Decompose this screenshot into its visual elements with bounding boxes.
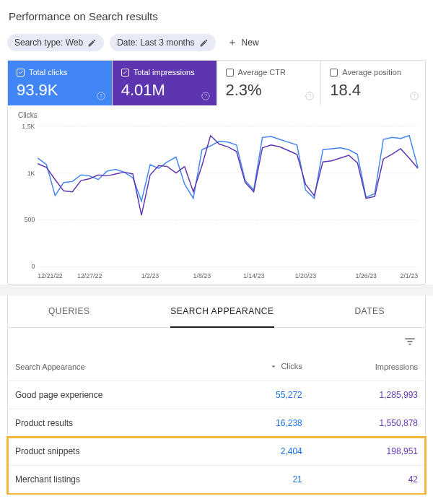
col-header-clicks[interactable]: Clicks (214, 353, 310, 381)
svg-text:12/21/22: 12/21/22 (38, 272, 62, 279)
section-gap (0, 284, 433, 296)
tab-search-appearance[interactable]: SEARCH APPEARANCE (170, 296, 274, 328)
svg-text:1/2/23: 1/2/23 (141, 272, 159, 279)
chart-axis-title: Clicks (18, 111, 421, 119)
filter-bar: Search type: Web Date: Last 3 months ＋ N… (7, 32, 426, 53)
performance-chart: 05001K1.5K12/21/2212/27/221/2/231/8/231/… (12, 119, 421, 282)
svg-text:?: ? (100, 93, 102, 98)
cell-name: Product results (8, 409, 214, 438)
cell-impressions: 1,550,878 (310, 409, 425, 438)
metric-impressions[interactable]: Total impressions 4.01M ? (113, 61, 217, 105)
svg-text:1/20/23: 1/20/23 (295, 272, 317, 279)
table-card: QUERIES SEARCH APPEARANCE DATES Search A… (7, 296, 426, 495)
help-icon[interactable]: ? (96, 91, 106, 101)
cell-clicks: 2,404 (214, 438, 310, 466)
table-row[interactable]: Good page experience55,2721,285,993 (8, 381, 425, 409)
checkbox-icon (121, 69, 129, 77)
metrics-row: Total clicks 93.9K ? Total impressions 4… (8, 61, 425, 105)
help-icon[interactable]: ? (201, 91, 211, 101)
filter-icon[interactable] (403, 335, 416, 350)
metric-label: Total clicks (29, 68, 67, 77)
tab-dates[interactable]: DATES (354, 296, 385, 327)
filter-chip-date[interactable]: Date: Last 3 months (110, 34, 215, 51)
svg-text:1K: 1K (27, 170, 35, 177)
table-row[interactable]: Product results16,2381,550,878 (8, 409, 425, 438)
svg-text:1/14/23: 1/14/23 (243, 272, 265, 279)
metric-label: Average position (342, 68, 401, 77)
performance-card: Total clicks 93.9K ? Total impressions 4… (7, 60, 426, 284)
table-tabs: QUERIES SEARCH APPEARANCE DATES (8, 296, 425, 328)
table-row[interactable]: Product snippets2,404198,951 (8, 438, 425, 466)
cell-clicks: 55,272 (214, 381, 310, 409)
svg-text:?: ? (204, 93, 207, 98)
checkbox-icon (330, 69, 338, 77)
metric-label: Average CTR (238, 68, 286, 77)
highlighted-rows: Product snippets2,404198,951Merchant lis… (8, 438, 425, 494)
cell-name: Product snippets (8, 438, 214, 466)
filter-chip-label: Date: Last 3 months (117, 38, 194, 48)
checkbox-icon (226, 69, 234, 77)
add-filter-button[interactable]: ＋ New (222, 32, 265, 53)
cell-impressions: 1,285,993 (310, 381, 425, 409)
svg-text:12/27/22: 12/27/22 (77, 272, 102, 279)
col-header-name[interactable]: Search Appearance (8, 353, 214, 381)
cell-clicks: 16,238 (214, 409, 310, 438)
svg-text:0: 0 (32, 263, 35, 270)
metric-value: 93.9K (17, 81, 103, 100)
metric-value: 4.01M (121, 81, 208, 100)
cell-name: Good page experience (8, 381, 214, 409)
search-appearance-table: Search Appearance Clicks Impressions Goo… (8, 353, 425, 494)
col-header-impressions[interactable]: Impressions (310, 353, 425, 381)
page-title: Performance on Search results (9, 10, 426, 22)
pencil-icon (87, 38, 97, 48)
plus-icon: ＋ (227, 36, 237, 49)
metric-clicks[interactable]: Total clicks 93.9K ? (8, 61, 113, 105)
help-icon[interactable]: ? (305, 91, 315, 101)
metric-label: Total impressions (134, 68, 195, 77)
help-icon[interactable]: ? (409, 91, 419, 101)
cell-clicks: 21 (214, 466, 310, 494)
pencil-icon (199, 38, 209, 48)
filter-chip-search-type[interactable]: Search type: Web (7, 34, 104, 51)
add-filter-label: New (242, 38, 259, 48)
svg-text:1/26/23: 1/26/23 (356, 272, 377, 279)
metric-position[interactable]: Average position 18.4 ? (321, 61, 425, 105)
svg-text:?: ? (413, 93, 416, 98)
cell-impressions: 42 (310, 466, 425, 494)
svg-text:1.5K: 1.5K (22, 123, 35, 130)
table-row[interactable]: Merchant listings2142 (8, 466, 425, 494)
arrow-down-icon (269, 362, 278, 370)
metric-value: 18.4 (330, 81, 416, 100)
cell-impressions: 198,951 (310, 438, 425, 466)
checkbox-icon (17, 69, 25, 77)
svg-text:?: ? (308, 93, 311, 98)
metric-ctr[interactable]: Average CTR 2.3% ? (217, 61, 322, 105)
filter-chip-label: Search type: Web (14, 38, 83, 48)
cell-name: Merchant listings (8, 466, 214, 494)
svg-text:2/1/23: 2/1/23 (401, 272, 419, 279)
svg-text:500: 500 (25, 216, 35, 223)
svg-text:1/8/23: 1/8/23 (193, 272, 211, 279)
tab-queries[interactable]: QUERIES (48, 296, 90, 327)
metric-value: 2.3% (226, 81, 312, 100)
